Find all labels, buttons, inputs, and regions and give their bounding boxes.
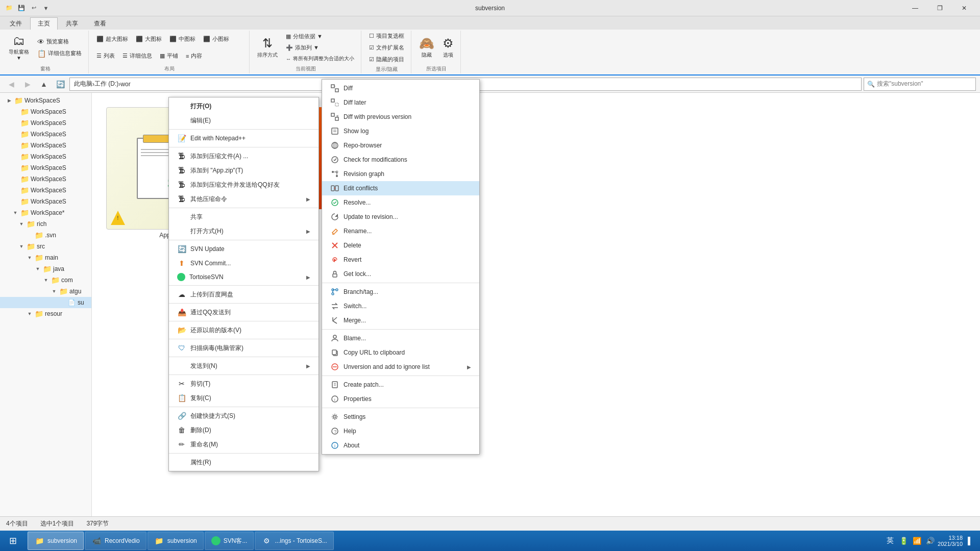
taskbar-item-svnclient[interactable]: SVN客... (205, 532, 254, 550)
menu-revision-graph[interactable]: Revision graph (322, 167, 479, 181)
menu-create-patch[interactable]: Create patch... (322, 378, 479, 392)
sep-r1 (322, 283, 479, 283)
menu-unversion[interactable]: Unversion and add to ignore list ▶ (322, 360, 479, 374)
menu-check-mods[interactable]: Check for modifications (322, 153, 479, 167)
menu-open-with[interactable]: 打开方式(H) ▶ (169, 224, 318, 238)
menu-svn-commit[interactable]: ⬆ SVN Commit... (169, 256, 318, 270)
menu-get-lock[interactable]: Get lock... (322, 267, 479, 281)
properties-icon (177, 458, 186, 467)
diff-label: Diff (344, 85, 471, 92)
menu-about[interactable]: i About (322, 438, 479, 453)
menu-more-compress[interactable]: 🗜 其他压缩命令 ▶ (169, 192, 318, 206)
menu-tortoise[interactable]: TortoiseSVN ▶ (169, 270, 318, 284)
menu-blame[interactable]: Blame... (322, 331, 479, 345)
menu-merge[interactable]: Merge... (322, 313, 479, 328)
get-lock-icon (330, 269, 339, 279)
menu-share[interactable]: 共享 (169, 210, 318, 224)
menu-switch[interactable]: Switch... (322, 299, 479, 313)
menu-add-archive[interactable]: 🗜 添加到压缩文件(A) ... (169, 149, 318, 163)
menu-svn-update[interactable]: 🔄 SVN Update (169, 242, 318, 256)
archive-label: 添加到压缩文件(A) ... (190, 152, 310, 161)
menu-diff-later[interactable]: Diff later (322, 95, 479, 110)
baidu-icon: ☁ (177, 290, 186, 299)
taskbar-label-record: RecordVedio (105, 537, 140, 544)
taskbar-item-subversion2[interactable]: 📁 subversion (148, 532, 204, 550)
menu-sendto[interactable]: 发送到(N) ▶ (169, 359, 318, 373)
notepad-label: Edit with Notepad++ (190, 135, 310, 142)
taskbar-item-recordvedio[interactable]: 📹 RecordVedio (85, 532, 146, 550)
context-overlay: 打开(O) 编辑(E) 📝 Edit with Notepad++ 🗜 添加到压… (0, 0, 980, 531)
rename-label: 重命名(M) (190, 440, 310, 449)
menu-delete-svn[interactable]: Delete (322, 238, 479, 253)
taskbar-item-subversion1[interactable]: 📁 subversion (28, 532, 84, 550)
menu-update-rev[interactable]: Update to revision... (322, 210, 479, 224)
menu-rename-svn[interactable]: Rename... (322, 224, 479, 238)
menu-show-log[interactable]: Show log (322, 124, 479, 138)
show-desktop-button[interactable]: ▌ (965, 535, 976, 546)
diff-later-icon (330, 98, 339, 107)
menu-add-zip[interactable]: 🗜 添加到 "App.zip"(T) (169, 163, 318, 178)
sendto-label: 发送到(N) (190, 362, 302, 370)
resolve-label: Resolve... (344, 199, 471, 206)
menu-diff-prev[interactable]: ◀ Diff with previous version (322, 110, 479, 124)
tray-time: 13:18 (948, 535, 963, 541)
create-patch-label: Create patch... (344, 381, 471, 388)
sep5 (169, 285, 318, 286)
qq-zip-icon: 🗜 (177, 180, 186, 189)
menu-restore[interactable]: 📂 还原以前的版本(V) (169, 323, 318, 337)
menu-branch-tag[interactable]: Branch/tag... (322, 285, 479, 299)
open-icon (177, 102, 186, 111)
menu-properties[interactable]: 属性(R) (169, 455, 318, 469)
menu-delete[interactable]: 🗑 删除(D) (169, 423, 318, 437)
menu-open[interactable]: 打开(O) (169, 99, 318, 113)
tray-battery-icon: 🔋 (898, 535, 909, 546)
menu-svn-properties[interactable]: i Properties (322, 392, 479, 406)
svn-update-icon: 🔄 (177, 244, 186, 254)
merge-icon (330, 316, 339, 325)
tortoise-arrow: ▶ (306, 274, 310, 280)
svn-commit-icon: ⬆ (177, 259, 186, 268)
menu-copy-url[interactable]: Copy URL to clipboard (322, 345, 479, 360)
delete-svn-icon (330, 241, 339, 250)
menu-add-qq[interactable]: 🗜 添加到压缩文件并发送给QQ好友 (169, 178, 318, 192)
start-button[interactable]: ⊞ (0, 531, 26, 551)
menu-rename[interactable]: ✏ 重命名(M) (169, 437, 318, 452)
show-log-label: Show log (344, 128, 471, 135)
about-icon: i (330, 441, 339, 450)
svg-rect-44 (332, 382, 337, 388)
menu-edit[interactable]: 编辑(E) (169, 113, 318, 128)
taskbar-item-tortoise-settings[interactable]: ⚙ ...ings - TortoiseS... (255, 532, 334, 550)
taskbar-label-subversion1: subversion (47, 537, 77, 544)
menu-revert[interactable]: Revert (322, 253, 479, 267)
menu-cut[interactable]: ✂ 剪切(T) (169, 377, 318, 391)
menu-send-qq[interactable]: 📤 通过QQ发送到 (169, 305, 318, 319)
taskbar-items: 📁 subversion 📹 RecordVedio 📁 subversion … (26, 532, 880, 550)
menu-repo-browser[interactable]: Repo-browser (322, 138, 479, 153)
menu-resolve[interactable]: Resolve... (322, 195, 479, 210)
menu-notepad[interactable]: 📝 Edit with Notepad++ (169, 131, 318, 145)
svg-text:◀: ◀ (336, 114, 338, 117)
menu-settings[interactable]: Settings (322, 410, 479, 424)
menu-shortcut[interactable]: 🔗 创建快捷方式(S) (169, 409, 318, 423)
menu-scan[interactable]: 🛡 扫描病毒(电脑管家) (169, 341, 318, 355)
update-rev-icon (330, 212, 339, 221)
svg-point-36 (336, 289, 338, 291)
menu-copy[interactable]: 📋 复制(C) (169, 391, 318, 405)
edit-conflicts-icon (330, 184, 339, 193)
menu-edit-conflicts[interactable]: Edit conflicts (322, 181, 479, 195)
menu-baidu[interactable]: ☁ 上传到百度网盘 (169, 287, 318, 302)
delete-svn-label: Delete (344, 242, 471, 249)
svg-point-39 (333, 335, 336, 338)
menu-help[interactable]: ? Help (322, 424, 479, 438)
sep3 (169, 208, 318, 208)
tortoise-icon (177, 273, 185, 281)
svg-rect-8 (332, 128, 338, 134)
tray-lang-icon[interactable]: 英 (885, 535, 896, 546)
unversion-arrow: ▶ (467, 364, 471, 370)
check-mods-label: Check for modifications (344, 156, 471, 163)
menu-diff[interactable]: Diff (322, 81, 479, 95)
copy-label: 复制(C) (190, 394, 310, 403)
svg-text:i: i (334, 397, 335, 402)
sep-r3 (322, 375, 479, 376)
tray-clock[interactable]: 13:18 2021/3/10 (938, 535, 963, 547)
